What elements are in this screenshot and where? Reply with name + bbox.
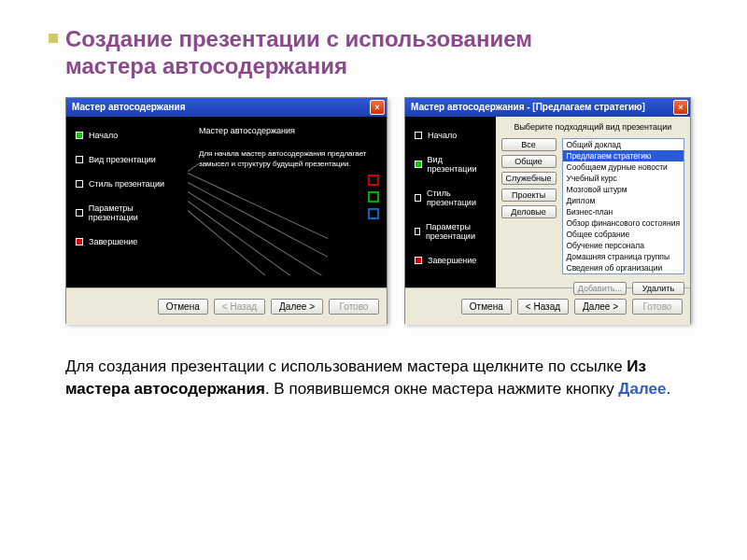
list-item[interactable]: Предлагаем стратегию (563, 150, 684, 161)
cancel-button[interactable]: Отмена (461, 299, 512, 315)
category-button-all[interactable]: Все (501, 138, 557, 151)
finish-button[interactable]: Готово (329, 299, 379, 315)
window2-body: Начало Вид презентации Стиль презентации… (405, 117, 690, 287)
nav-step-style: Стиль презентации (76, 179, 182, 189)
nav-step-finish: Завершение (415, 256, 490, 265)
wizard2-nav: Начало Вид презентации Стиль презентации… (405, 117, 496, 287)
back-button[interactable]: < Назад (517, 299, 569, 315)
window1-body: Начало Вид презентации Стиль презентации… (66, 117, 387, 287)
prompt-label: Выберите подходящий вид презентации (501, 122, 684, 133)
list-item[interactable]: Домашняя страница группы (563, 251, 684, 262)
category-button-projects[interactable]: Проекты (501, 189, 557, 202)
square-icon (76, 180, 83, 188)
list-item[interactable]: Сообщаем дурные новости (563, 161, 684, 173)
nav-step-params: Параметры презентации (415, 222, 490, 241)
window1-title: Мастер автосодержания (72, 102, 185, 112)
wizard1-footer: Отмена < Назад Далее > Готово (66, 287, 387, 325)
nav-step-start: Начало (415, 131, 490, 140)
caption-text-b: . В появившемся окне мастера нажмите кно… (265, 380, 618, 398)
titlebar-2: Мастер автосодержания - [Предлагаем стра… (405, 98, 690, 117)
square-icon (76, 132, 83, 139)
list-item[interactable]: Обучение персонала (563, 240, 684, 251)
list-item[interactable]: Общий доклад (563, 139, 684, 150)
slide-caption: Для создания презентации с использование… (65, 356, 691, 401)
nav-step-view: Вид презентации (415, 155, 490, 174)
caption-text-c: . (666, 380, 670, 398)
wizard2-content: Выберите подходящий вид презентации Все … (496, 117, 690, 287)
list-item[interactable]: Мозговой штурм (563, 184, 684, 195)
decorative-squares (368, 175, 379, 225)
square-icon (76, 156, 83, 163)
next-button[interactable]: Далее > (574, 299, 627, 315)
list-item[interactable]: Сведения об организации (563, 262, 684, 273)
square-icon (415, 194, 421, 202)
category-button-service[interactable]: Служебные (501, 172, 557, 185)
add-button[interactable]: Добавить... (573, 282, 627, 295)
remove-button[interactable]: Удалить (632, 282, 684, 295)
square-icon (76, 209, 83, 217)
category-buttons: Все Общие Служебные Проекты Деловые (501, 138, 557, 274)
list-item[interactable]: Учебный курс (563, 173, 684, 184)
nav-step-finish: Завершение (76, 237, 182, 246)
square-icon (415, 257, 422, 264)
next-button[interactable]: Далее > (271, 299, 323, 315)
category-button-general[interactable]: Общие (501, 155, 557, 168)
title-line2: мастера автосодержания (65, 53, 691, 80)
screenshot-row: Мастер автосодержания × Начало Вид презе… (65, 97, 691, 324)
square-icon (415, 132, 422, 139)
template-listbox[interactable]: Общий докладПредлагаем стратегиюСообщаем… (562, 138, 685, 274)
panel-heading: Мастер автосодержания (199, 126, 375, 135)
list-item[interactable]: Диплом (563, 195, 684, 206)
list-item[interactable]: Обзор финансового состояния (563, 217, 684, 229)
title-line1: Создание презентации с использованием (65, 26, 691, 53)
nav-step-style: Стиль презентации (415, 189, 490, 207)
category-button-business[interactable]: Деловые (501, 205, 557, 218)
nav-step-start: Начало (76, 131, 182, 140)
square-icon (368, 208, 379, 219)
square-icon (368, 175, 379, 186)
window2-title: Мастер автосодержания - [Предлагаем стра… (411, 102, 645, 112)
title-bullet (49, 34, 58, 43)
decorative-lines (188, 163, 328, 275)
square-icon (76, 238, 83, 245)
cancel-button[interactable]: Отмена (158, 299, 208, 315)
caption-text-a: Для создания презентации с использование… (65, 357, 627, 375)
wizard-window-2: Мастер автосодержания - [Предлагаем стра… (404, 97, 691, 324)
square-icon (415, 228, 420, 235)
nav-step-params: Параметры презентации (76, 203, 182, 222)
list-item[interactable]: Общее собрание (563, 229, 684, 240)
wizard1-nav: Начало Вид презентации Стиль презентации… (66, 117, 188, 287)
close-icon[interactable]: × (673, 100, 688, 115)
wizard-window-1: Мастер автосодержания × Начало Вид презе… (65, 97, 388, 324)
back-button[interactable]: < Назад (214, 299, 265, 315)
nav-step-view: Вид презентации (76, 155, 182, 164)
close-icon[interactable]: × (370, 100, 385, 115)
slide-title: Создание презентации с использованием ма… (65, 26, 691, 80)
caption-bold-next: Далее (618, 380, 666, 398)
finish-button[interactable]: Готово (632, 299, 683, 315)
square-icon (415, 161, 422, 168)
square-icon (368, 191, 379, 203)
wizard1-content: Мастер автосодержания Для начала мастер … (188, 117, 387, 287)
slide: Создание презентации с использованием ма… (0, 0, 747, 560)
titlebar-1: Мастер автосодержания × (66, 98, 387, 117)
list-item[interactable]: Бизнес-план (563, 206, 684, 217)
